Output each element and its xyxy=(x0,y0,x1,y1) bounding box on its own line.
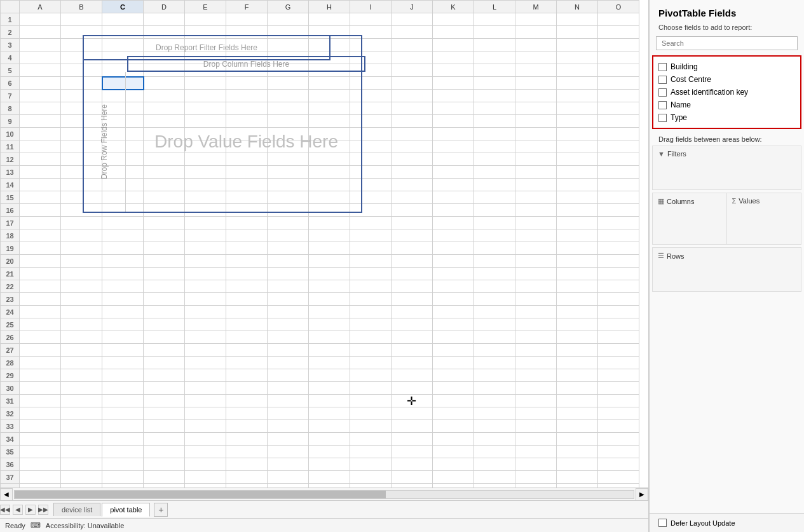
cell-B26[interactable] xyxy=(61,331,102,344)
cell-E32[interactable] xyxy=(185,407,226,420)
cell-M6[interactable] xyxy=(515,77,557,90)
cell-A31[interactable] xyxy=(20,395,61,407)
cell-B18[interactable] xyxy=(61,229,102,242)
cell-G17[interactable] xyxy=(268,217,309,229)
cell-D19[interactable] xyxy=(144,242,185,255)
cell-E35[interactable] xyxy=(185,446,226,458)
tab-nav-first[interactable]: ◀◀ xyxy=(0,505,10,515)
cell-B23[interactable] xyxy=(61,293,102,306)
cell-A25[interactable] xyxy=(20,318,61,331)
cell-M36[interactable] xyxy=(515,458,557,471)
cell-F34[interactable] xyxy=(226,433,268,446)
cell-A2[interactable] xyxy=(20,26,61,39)
cell-O16[interactable] xyxy=(598,204,639,217)
cell-A5[interactable] xyxy=(20,64,61,77)
cell-N5[interactable] xyxy=(557,64,598,77)
cell-M12[interactable] xyxy=(515,153,557,166)
cell-H30[interactable] xyxy=(309,382,350,395)
cell-D30[interactable] xyxy=(144,382,185,395)
cell-A20[interactable] xyxy=(20,255,61,268)
cell-M33[interactable] xyxy=(515,420,557,433)
cell-D34[interactable] xyxy=(144,433,185,446)
drop-row-zone[interactable]: Drop Row Fields Here xyxy=(83,72,126,212)
cell-J36[interactable] xyxy=(392,458,433,471)
cell-C20[interactable] xyxy=(102,255,144,268)
cell-K19[interactable] xyxy=(433,242,474,255)
tab-pivot-table[interactable]: pivot table xyxy=(102,503,150,517)
cell-F18[interactable] xyxy=(226,229,268,242)
cell-A3[interactable] xyxy=(20,39,61,51)
cell-N15[interactable] xyxy=(557,191,598,204)
cell-D29[interactable] xyxy=(144,369,185,382)
cell-K1[interactable] xyxy=(433,13,474,26)
cell-M31[interactable] xyxy=(515,395,557,407)
cell-G18[interactable] xyxy=(268,229,309,242)
cell-O27[interactable] xyxy=(598,344,639,357)
cell-N33[interactable] xyxy=(557,420,598,433)
cell-A10[interactable] xyxy=(20,128,61,140)
cell-C23[interactable] xyxy=(102,293,144,306)
cell-C27[interactable] xyxy=(102,344,144,357)
cell-C22[interactable] xyxy=(102,280,144,293)
cell-D20[interactable] xyxy=(144,255,185,268)
cell-C35[interactable] xyxy=(102,446,144,458)
cell-E34[interactable] xyxy=(185,433,226,446)
cell-M30[interactable] xyxy=(515,382,557,395)
cell-B28[interactable] xyxy=(61,357,102,369)
cell-A6[interactable] xyxy=(20,77,61,90)
cell-O28[interactable] xyxy=(598,357,639,369)
cell-G31[interactable] xyxy=(268,395,309,407)
cell-I1[interactable] xyxy=(350,13,392,26)
cell-D38[interactable] xyxy=(144,484,185,488)
cell-B38[interactable] xyxy=(61,484,102,488)
cell-D21[interactable] xyxy=(144,268,185,280)
cell-B36[interactable] xyxy=(61,458,102,471)
cell-A14[interactable] xyxy=(20,179,61,191)
cell-G21[interactable] xyxy=(268,268,309,280)
cell-K11[interactable] xyxy=(433,140,474,153)
cell-H18[interactable] xyxy=(309,229,350,242)
cell-O37[interactable] xyxy=(598,471,639,484)
add-sheet-button[interactable]: + xyxy=(154,503,168,517)
cell-J27[interactable] xyxy=(392,344,433,357)
cell-M4[interactable] xyxy=(515,51,557,64)
cell-I2[interactable] xyxy=(350,26,392,39)
cell-M17[interactable] xyxy=(515,217,557,229)
cell-O15[interactable] xyxy=(598,191,639,204)
cell-D22[interactable] xyxy=(144,280,185,293)
cell-N26[interactable] xyxy=(557,331,598,344)
cell-L22[interactable] xyxy=(474,280,515,293)
cell-A34[interactable] xyxy=(20,433,61,446)
cell-N11[interactable] xyxy=(557,140,598,153)
col-header-A[interactable]: A xyxy=(20,1,61,13)
cell-J6[interactable] xyxy=(392,77,433,90)
cell-K7[interactable] xyxy=(433,90,474,102)
cell-N17[interactable] xyxy=(557,217,598,229)
cell-L29[interactable] xyxy=(474,369,515,382)
cell-G28[interactable] xyxy=(268,357,309,369)
cell-G26[interactable] xyxy=(268,331,309,344)
cell-L9[interactable] xyxy=(474,115,515,128)
cell-N21[interactable] xyxy=(557,268,598,280)
cell-G19[interactable] xyxy=(268,242,309,255)
cell-O25[interactable] xyxy=(598,318,639,331)
cell-F20[interactable] xyxy=(226,255,268,268)
cell-C25[interactable] xyxy=(102,318,144,331)
cell-F17[interactable] xyxy=(226,217,268,229)
col-header-I[interactable]: I xyxy=(350,1,392,13)
cell-H26[interactable] xyxy=(309,331,350,344)
cell-D33[interactable] xyxy=(144,420,185,433)
cell-J1[interactable] xyxy=(392,13,433,26)
cell-N2[interactable] xyxy=(557,26,598,39)
cell-A23[interactable] xyxy=(20,293,61,306)
cell-J33[interactable] xyxy=(392,420,433,433)
cell-M28[interactable] xyxy=(515,357,557,369)
cell-J22[interactable] xyxy=(392,280,433,293)
col-header-H[interactable]: H xyxy=(309,1,350,13)
cell-N30[interactable] xyxy=(557,382,598,395)
cell-C24[interactable] xyxy=(102,306,144,318)
cell-N19[interactable] xyxy=(557,242,598,255)
cell-E1[interactable] xyxy=(185,13,226,26)
cell-I38[interactable] xyxy=(350,484,392,488)
drop-column-zone[interactable]: Drop Column Fields Here xyxy=(127,56,365,72)
